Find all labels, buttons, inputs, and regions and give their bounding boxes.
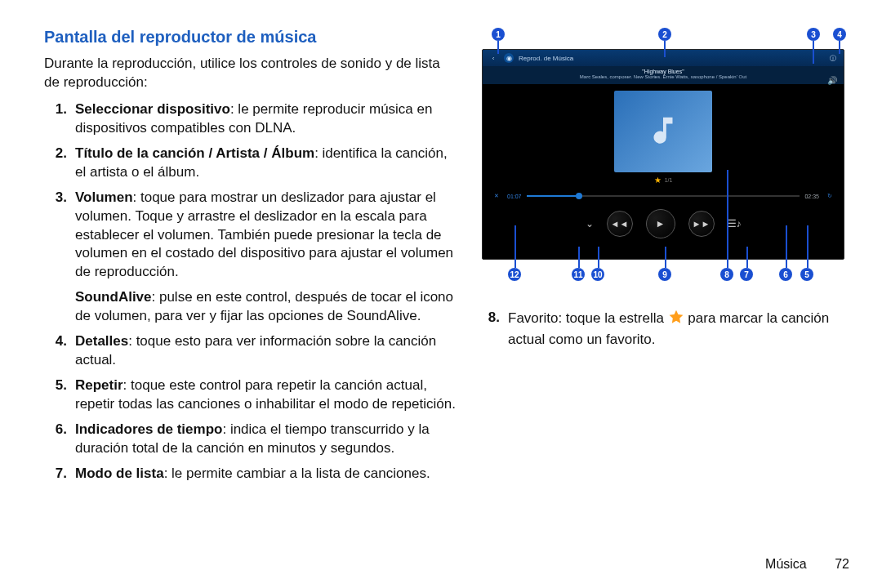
time-elapsed: 01:07: [507, 194, 522, 199]
shuffle-icon[interactable]: ✕: [491, 193, 502, 199]
callout-2: 2: [658, 28, 671, 41]
favorite-row: ★ 1/1: [654, 176, 673, 185]
page-footer: Música 72: [765, 557, 849, 572]
footer-section: Música: [765, 557, 807, 571]
callout-8: 8: [720, 268, 733, 281]
time-total: 02:35: [804, 194, 819, 199]
manual-page: Pantalla del reproductor de música Duran…: [0, 0, 882, 588]
album-art-zone: ★ 1/1: [483, 84, 844, 188]
callout-4: 4: [833, 28, 846, 41]
list-item: 4.Detalles: toque esto para ver informac…: [44, 332, 457, 370]
player-figure: 1 2 3 4 ‹ ◉ Reprod. de Música ⓘ: [477, 28, 849, 281]
song-artist: Marc Seales, composer. New Stories. Erni…: [486, 74, 840, 79]
previous-button[interactable]: ◄◄: [607, 211, 633, 237]
player-titlebar: ‹ ◉ Reprod. de Música ⓘ: [483, 50, 844, 66]
repeat-icon[interactable]: ↻: [824, 193, 835, 199]
album-art: [614, 91, 712, 172]
callout-3: 3: [807, 28, 820, 41]
scrubber[interactable]: [527, 195, 800, 197]
music-note-icon: [644, 113, 682, 150]
next-button[interactable]: ►►: [688, 211, 715, 237]
callout-9: 9: [658, 268, 671, 281]
callout-7: 7: [740, 268, 753, 281]
list-mode-icon[interactable]: ☰♪: [728, 218, 742, 229]
list-item: 2.Título de la canción / Artista / Álbum…: [44, 145, 457, 182]
song-title: "Highway Blues": [486, 69, 840, 74]
song-meta: "Highway Blues" Marc Seales, composer. N…: [483, 66, 844, 84]
player-header-text: Reprod. de Música: [519, 55, 573, 62]
info-icon[interactable]: ⓘ: [827, 54, 839, 63]
callout-1: 1: [492, 28, 505, 41]
music-player-screenshot: ‹ ◉ Reprod. de Música ⓘ 🔊 "Highway Blues…: [482, 49, 844, 260]
list-item: 5.Repetir: toque este control para repet…: [44, 376, 457, 414]
collapse-icon[interactable]: ⌄: [586, 218, 594, 229]
volume-icon[interactable]: 🔊: [827, 76, 837, 85]
callout-5: 5: [800, 268, 813, 281]
transport-controls: ⌄ ◄◄ ► ►► ☰♪: [483, 201, 844, 250]
feature-list-cont: 4.Detalles: toque esto para ver informac…: [44, 332, 457, 483]
list-item: 6.Indicadores de tiempo: indica el tiemp…: [44, 421, 457, 458]
feature-list: 1.Seleccionar dispositivo: le permite re…: [44, 100, 457, 282]
play-button[interactable]: ►: [646, 209, 675, 238]
section-heading: Pantalla del reproductor de música: [44, 28, 457, 47]
feature-list-right: 8. Favorito: toque la estrella para marc…: [477, 309, 849, 350]
intro-text: Durante la reproducción, utilice los con…: [44, 55, 457, 92]
list-item: 3.Volumen: toque para mostrar un desliza…: [44, 189, 457, 283]
track-counter: 1/1: [665, 177, 673, 183]
list-item: 7.Modo de lista: le permite cambiar a la…: [44, 465, 457, 483]
left-column: Pantalla del reproductor de música Duran…: [44, 28, 457, 490]
right-column: 1 2 3 4 ‹ ◉ Reprod. de Música ⓘ: [477, 28, 849, 490]
time-row: ✕ 01:07 02:35 ↻: [483, 188, 844, 201]
favorite-star-icon[interactable]: ★: [654, 176, 662, 185]
list-item: 1.Seleccionar dispositivo: le permite re…: [44, 100, 457, 138]
select-device-button[interactable]: ◉: [504, 53, 514, 63]
star-icon: [668, 309, 684, 331]
callout-12: 12: [508, 268, 521, 281]
back-icon[interactable]: ‹: [488, 55, 499, 62]
list-item: 8. Favorito: toque la estrella para marc…: [477, 309, 849, 350]
footer-page-number: 72: [835, 557, 849, 571]
soundalive-note: SoundAlive: pulse en este control, despu…: [75, 288, 457, 326]
callout-6: 6: [779, 268, 792, 281]
callout-11: 11: [572, 268, 585, 281]
callout-10: 10: [591, 268, 604, 281]
